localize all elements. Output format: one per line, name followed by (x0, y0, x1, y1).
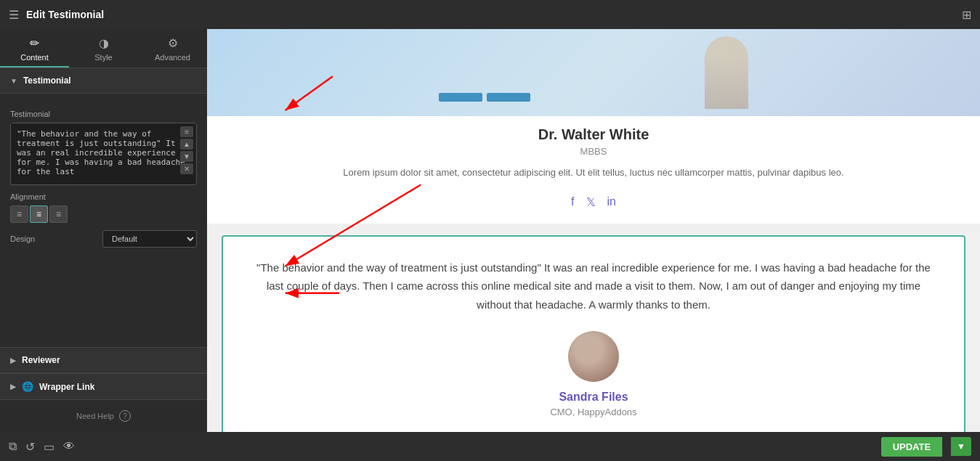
tab-style[interactable]: ◑ Style (69, 29, 138, 68)
alignment-group: ≡ ≡ ≡ (10, 205, 197, 223)
linkedin-link[interactable]: in (607, 195, 616, 209)
align-center-btn[interactable]: ≡ (30, 205, 48, 223)
sidebar: ✏ Content ◑ Style ⚙ Advanced ▼ Testimoni… (0, 29, 207, 432)
globe-icon: 🌐 (22, 381, 33, 392)
doctor-card: Dr. Walter White MBBS Lorem ipsum dolor … (207, 29, 980, 224)
doctor-name: Dr. Walter White (538, 126, 649, 143)
bottom-bar: ⧉ ↺ ▭ 👁 UPDATE ▼ (0, 432, 980, 461)
testimonial-textarea[interactable]: "The behavior and the way of treatment i… (11, 123, 196, 181)
wrapper-arrow-icon: ▶ (10, 383, 16, 391)
doctor-degree: MBBS (580, 146, 607, 157)
textarea-scroll-down[interactable]: ▼ (180, 151, 193, 162)
eye-icon[interactable]: 👁 (63, 440, 75, 453)
testimonial-section-title: Testimonial (23, 76, 71, 86)
advanced-tab-icon: ⚙ (168, 36, 178, 50)
testimonial-arrow-icon: ▼ (10, 77, 17, 85)
grid-icon[interactable]: ⊞ (962, 8, 971, 22)
tab-content-label: Content (20, 53, 49, 62)
reviewer-arrow-icon: ▶ (10, 356, 16, 364)
tab-advanced[interactable]: ⚙ Advanced (138, 29, 207, 68)
twitter-link[interactable]: 𝕏 (586, 195, 596, 209)
layers-icon[interactable]: ⧉ (9, 440, 17, 453)
tab-content[interactable]: ✏ Content (0, 29, 69, 68)
reviewer-section-title: Reviewer (22, 355, 60, 365)
history-icon[interactable]: ↺ (25, 440, 35, 454)
top-bar-left: ☰ Edit Testimonial (9, 8, 104, 22)
reviewer-avatar (568, 331, 619, 382)
facebook-link[interactable]: f (571, 195, 574, 209)
tab-style-label: Style (94, 53, 112, 62)
content-tab-icon: ✏ (30, 36, 39, 50)
main-layout: ✏ Content ◑ Style ⚙ Advanced ▼ Testimoni… (0, 29, 980, 432)
testimonial-field-label: Testimonial (10, 110, 197, 118)
design-select[interactable]: Default (102, 230, 197, 248)
avatar-image (568, 331, 619, 382)
sidebar-tabs: ✏ Content ◑ Style ⚙ Advanced (0, 29, 207, 68)
need-help-text[interactable]: Need Help (76, 412, 114, 420)
doctor-description: Lorem ipsum dolor sit amet, consectetur … (314, 157, 872, 189)
testimonial-section-content: Testimonial "The behavior and the way of… (0, 94, 207, 347)
testimonial-block: "The behavior and the way of treatment i… (222, 235, 965, 432)
design-label: Design (10, 234, 35, 243)
hamburger-icon[interactable]: ☰ (9, 8, 19, 22)
textarea-controls: ≡ ▲ ▼ ✕ (180, 126, 193, 174)
align-left-btn[interactable]: ≡ (10, 205, 28, 223)
content-area: Dr. Walter White MBBS Lorem ipsum dolor … (207, 29, 980, 432)
textarea-menu-btn[interactable]: ≡ (180, 126, 193, 137)
monitor-icon[interactable]: ▭ (44, 440, 54, 454)
help-circle-icon[interactable]: ? (119, 410, 131, 422)
wrapper-section-header[interactable]: ▶ 🌐 Wrapper Link (0, 373, 207, 400)
doctor-image (207, 29, 980, 116)
style-tab-icon: ◑ (99, 36, 109, 50)
update-button[interactable]: UPDATE (881, 437, 942, 457)
textarea-scroll-up[interactable]: ▲ (180, 139, 193, 150)
page-title: Edit Testimonial (26, 9, 104, 20)
reviewer-title: CMO, HappyAddons (252, 407, 935, 417)
tab-advanced-label: Advanced (155, 53, 190, 62)
design-row: Design Default (10, 230, 197, 248)
alignment-label: Alignment (10, 192, 197, 201)
testimonial-section-header[interactable]: ▼ Testimonial (0, 68, 207, 94)
testimonial-text: "The behavior and the way of treatment i… (252, 258, 935, 314)
reviewer-name: Sandra Files (252, 391, 935, 404)
wrapper-section-title: Wrapper Link (39, 382, 94, 392)
textarea-close-btn[interactable]: ✕ (180, 163, 193, 174)
align-right-btn[interactable]: ≡ (49, 205, 68, 223)
social-links: f 𝕏 in (571, 189, 616, 224)
top-bar: ☰ Edit Testimonial ⊞ (0, 0, 980, 29)
need-help-section: Need Help ? (0, 400, 207, 432)
reviewer-section-header[interactable]: ▶ Reviewer (0, 347, 207, 373)
testimonial-textarea-wrapper: "The behavior and the way of treatment i… (10, 123, 197, 185)
update-arrow-button[interactable]: ▼ (951, 437, 971, 456)
